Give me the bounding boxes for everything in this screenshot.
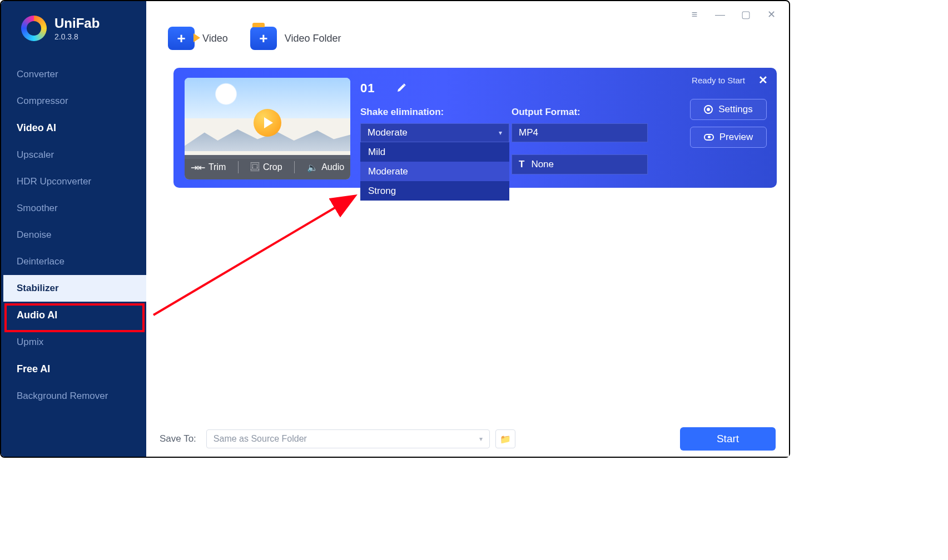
sidebar-header-audio-ai[interactable]: Audio AI <box>1 302 146 329</box>
thumb-toolbar: ⇥⇤ Trim ⿴ Crop 🔈 Audio <box>185 155 350 179</box>
brand-logo-icon <box>21 16 47 41</box>
shake-option-strong[interactable]: Strong <box>360 181 509 201</box>
shake-option-mild[interactable]: Mild <box>360 142 509 162</box>
brand-version: 2.0.3.8 <box>54 32 100 41</box>
minimize-icon[interactable]: — <box>714 9 726 19</box>
status-label: Ready to Start <box>692 76 745 85</box>
save-to-label: Save To: <box>160 433 196 444</box>
remove-task-icon[interactable]: ✕ <box>758 73 768 87</box>
shake-select-value: Moderate <box>368 127 408 138</box>
gear-icon <box>704 105 713 114</box>
sidebar: UniFab 2.0.3.8 Converter Compressor Vide… <box>1 1 146 457</box>
sidebar-item-deinterlace[interactable]: Deinterlace <box>1 248 146 275</box>
add-source-row: + Video + Video Folder <box>168 27 341 50</box>
sidebar-item-converter[interactable]: Converter <box>1 61 146 88</box>
add-folder-icon: + <box>250 27 277 50</box>
trim-label: Trim <box>209 162 226 172</box>
add-folder-label: Video Folder <box>285 33 341 44</box>
start-button[interactable]: Start <box>680 427 776 451</box>
add-video-button[interactable]: + Video <box>168 27 228 50</box>
sidebar-item-compressor[interactable]: Compressor <box>1 88 146 114</box>
app-window: UniFab 2.0.3.8 Converter Compressor Vide… <box>0 0 790 458</box>
audio-button[interactable]: 🔈 Audio <box>307 162 344 173</box>
chevron-down-icon: ▾ <box>479 435 483 443</box>
svg-line-0 <box>153 197 354 315</box>
sidebar-item-upmix[interactable]: Upmix <box>1 329 146 356</box>
crop-icon: ⿴ <box>251 162 260 172</box>
sidebar-header-video-ai[interactable]: Video AI <box>1 114 146 142</box>
output-format-value: MP4 <box>519 127 538 138</box>
video-thumbnail[interactable]: ⇥⇤ Trim ⿴ Crop 🔈 Audio <box>185 78 350 179</box>
play-icon[interactable] <box>254 109 281 137</box>
annotation-arrow-icon <box>148 190 365 318</box>
task-actions: Settings Preview <box>690 99 767 148</box>
crop-button[interactable]: ⿴ Crop <box>251 162 282 172</box>
preview-button[interactable]: Preview <box>690 127 767 148</box>
brand-block: UniFab 2.0.3.8 <box>1 16 146 41</box>
sidebar-item-denoise[interactable]: Denoise <box>1 222 146 248</box>
rename-icon[interactable] <box>396 82 407 96</box>
subtitle-value: None <box>531 159 554 170</box>
subtitle-icon: T <box>519 159 524 170</box>
output-format-label: Output Format: <box>512 107 580 118</box>
save-to-value: Same as Source Folder <box>214 434 307 444</box>
eye-icon <box>704 134 714 141</box>
settings-label: Settings <box>718 104 752 115</box>
window-controls: ≡ — ▢ ✕ <box>146 1 789 28</box>
brand-name: UniFab <box>54 16 100 31</box>
maximize-icon[interactable]: ▢ <box>740 9 751 19</box>
shake-dropdown: Mild Moderate Strong <box>360 142 509 201</box>
browse-folder-button[interactable]: 📁 <box>495 429 515 448</box>
shake-label: Shake elimination: <box>360 107 444 118</box>
sidebar-item-stabilizer[interactable]: Stabilizer <box>1 275 146 302</box>
chevron-down-icon: ▾ <box>499 129 502 137</box>
separator <box>294 161 295 173</box>
sidebar-item-upscaler[interactable]: Upscaler <box>1 142 146 168</box>
separator <box>238 161 239 173</box>
output-format-select[interactable]: MP4 <box>512 123 648 142</box>
save-to-select[interactable]: Same as Source Folder ▾ <box>206 429 490 448</box>
add-video-label: Video <box>202 33 228 44</box>
trim-button[interactable]: ⇥⇤ Trim <box>191 162 226 173</box>
bottom-bar: Save To: Same as Source Folder ▾ 📁 Start <box>146 421 789 457</box>
folder-icon: 📁 <box>500 434 511 444</box>
audio-icon: 🔈 <box>307 162 318 173</box>
audio-label: Audio <box>321 162 344 172</box>
shake-option-moderate[interactable]: Moderate <box>360 162 509 181</box>
start-label: Start <box>717 433 739 445</box>
preview-label: Preview <box>719 132 753 143</box>
add-video-icon: + <box>168 27 195 50</box>
add-folder-button[interactable]: + Video Folder <box>250 27 341 50</box>
close-icon[interactable]: ✕ <box>766 9 777 19</box>
sidebar-header-free-ai[interactable]: Free AI <box>1 356 146 383</box>
video-task-card: Ready to Start ✕ ⇥⇤ Trim ⿴ Crop 🔈 <box>173 68 777 188</box>
trim-icon: ⇥⇤ <box>191 162 205 173</box>
settings-button[interactable]: Settings <box>690 99 767 120</box>
menu-icon[interactable]: ≡ <box>689 9 700 19</box>
crop-label: Crop <box>263 162 282 172</box>
sidebar-item-hdr-upconverter[interactable]: HDR Upconverter <box>1 168 146 195</box>
sidebar-item-background-remover[interactable]: Background Remover <box>1 383 146 409</box>
sidebar-item-smoother[interactable]: Smoother <box>1 195 146 222</box>
shake-select[interactable]: Moderate ▾ <box>360 123 509 142</box>
subtitle-select[interactable]: T None <box>512 154 648 174</box>
task-index: 01 <box>360 81 375 96</box>
sidebar-nav: Converter Compressor Video AI Upscaler H… <box>1 61 146 409</box>
